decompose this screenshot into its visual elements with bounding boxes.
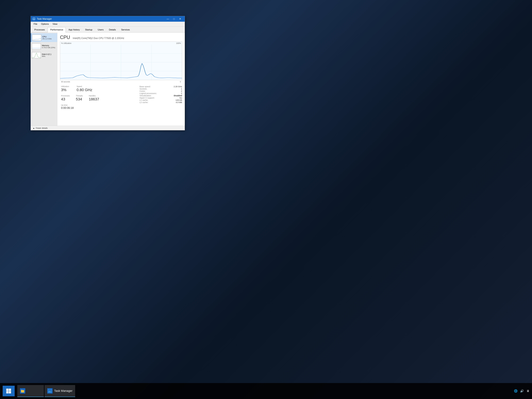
svg-rect-20 — [49, 391, 49, 392]
chart-x-label: 60 seconds — [61, 81, 70, 83]
stat-speed: Speed 0.80 GHz — [76, 85, 93, 93]
chevron-up-icon: ▲ — [33, 127, 35, 129]
svg-rect-14 — [9, 389, 11, 391]
menu-options[interactable]: Options — [39, 22, 51, 26]
chart-x-right: 0 — [180, 81, 181, 83]
cpu-header: CPU Intel(R) Core(TM)2 Duo CPU T7500 @ 2… — [60, 35, 182, 40]
close-button[interactable]: ✕ — [177, 16, 183, 22]
chart-y-max: 100% — [176, 42, 181, 44]
window-title: Task Manager — [37, 18, 165, 20]
start-button[interactable] — [3, 386, 15, 396]
right-stat-sockets: Sockets: 1 — [139, 88, 182, 90]
window-controls: — □ ✕ — [165, 16, 183, 22]
right-stat-cores: Cores: 2 — [139, 90, 182, 92]
right-stat-l2cache: L2 cache: 4.0 MB — [139, 101, 182, 103]
tab-details[interactable]: Details — [106, 27, 118, 32]
svg-rect-5 — [32, 44, 41, 50]
app-icon — [32, 17, 36, 20]
cpu-title: CPU — [60, 35, 70, 40]
tab-processes[interactable]: Processes — [32, 27, 47, 32]
tab-performance[interactable]: Performance — [48, 27, 66, 32]
tab-bar: Processes Performance App history Startu… — [31, 26, 185, 32]
main-panel: CPU Intel(R) Core(TM)2 Duo CPU T7500 @ 2… — [57, 32, 185, 126]
taskbar-item-label: Task Manager — [54, 389, 72, 393]
tab-users[interactable]: Users — [95, 27, 106, 32]
title-bar: Task Manager — □ ✕ — [31, 16, 185, 22]
task-manager-taskbar-icon — [47, 388, 52, 393]
taskbar-item-task-manager[interactable]: Task Manager — [44, 385, 75, 397]
minimize-button[interactable]: — — [165, 16, 171, 22]
right-stat-logical-processors: Logical processors: 2 — [139, 92, 182, 95]
sidebar-cpu-value: 3% 2.2 GHz — [42, 38, 52, 40]
svg-rect-16 — [9, 391, 11, 393]
cpu-subtitle: Intel(R) Core(TM)2 Duo CPU T7500 @ 2.20G… — [73, 37, 124, 40]
stats-row: Utilization 3% Speed 0.80 GHz Processes … — [60, 85, 182, 111]
svg-rect-1 — [33, 19, 34, 20]
stats-right: Base speed: 2.20 GHz Sockets: 1 Cores: 2… — [137, 85, 182, 111]
stats-left: Utilization 3% Speed 0.80 GHz Processes … — [60, 85, 137, 111]
content-area: CPU 3% 2.2 GHz Memory 0.7/3.0 GB (23%) — [31, 32, 185, 126]
svg-rect-18 — [21, 390, 22, 391]
network-icon: 🖥 — [526, 389, 529, 393]
language-icon: 🌐 — [514, 389, 518, 393]
stat-utilization: Utilization 3% — [60, 85, 70, 93]
stat-processes: Processes 43 — [60, 94, 71, 102]
sidebar-memory-value: 0.7/3.0 GB (23%) — [42, 47, 55, 49]
sidebar-memory-label: Memory — [42, 44, 55, 47]
sidebar-item-cpu[interactable]: CPU 3% 2.2 GHz — [31, 33, 57, 42]
svg-rect-22 — [51, 391, 51, 392]
menu-bar: File Options View — [31, 22, 185, 26]
cpu-mini-chart — [32, 35, 41, 41]
volume-icon: 🔊 — [520, 389, 524, 393]
chart-y-label: % Utilization — [61, 42, 71, 44]
svg-rect-3 — [34, 19, 35, 20]
svg-rect-15 — [6, 391, 8, 393]
taskbar: Task Manager 🌐 🔊 🖥 — [0, 383, 532, 399]
svg-rect-13 — [6, 389, 8, 391]
stat-uptime: Up time 0:00:06:18 — [60, 103, 137, 110]
task-manager-window: Task Manager — □ ✕ File Options View Pro… — [31, 16, 185, 130]
sidebar-cpu-label: CPU — [42, 36, 52, 38]
right-stat-basespeed: Base speed: 2.20 GHz — [139, 85, 182, 88]
disk-mini-chart — [32, 52, 41, 58]
memory-mini-chart — [32, 43, 41, 50]
sidebar-disk-value: 96% — [42, 55, 51, 57]
tab-services[interactable]: Services — [119, 27, 132, 32]
stat-threads: Threads 534 — [75, 94, 84, 102]
file-explorer-icon — [20, 388, 25, 393]
menu-view[interactable]: View — [51, 22, 59, 26]
taskbar-item-file-explorer[interactable] — [17, 385, 44, 397]
sidebar-item-disk[interactable]: Disk 0 (C:) 96% — [31, 51, 57, 60]
svg-rect-21 — [50, 390, 50, 392]
right-stat-hyperv: Hyper-V support: No — [139, 97, 182, 99]
right-stat-virtualization: Virtualization: Disabled — [139, 95, 182, 97]
stat-handles: Handles 18637 — [88, 94, 100, 102]
maximize-button[interactable]: □ — [171, 16, 177, 22]
fewer-details-label: Fewer details — [36, 127, 48, 129]
sidebar: CPU 3% 2.2 GHz Memory 0.7/3.0 GB (23%) — [31, 32, 57, 126]
svg-rect-2 — [34, 18, 34, 20]
cpu-chart: % Utilization 100% 60 seconds — [60, 42, 182, 80]
menu-file[interactable]: File — [32, 22, 39, 26]
tab-startup[interactable]: Startup — [82, 27, 95, 32]
right-stat-l1cache: L1 cache: 128 KB — [139, 99, 182, 101]
tab-app-history[interactable]: App history — [66, 27, 82, 32]
taskbar-right: 🌐 🔊 🖥 — [514, 389, 529, 393]
sidebar-disk-label: Disk 0 (C:) — [42, 53, 51, 55]
fewer-details-bar[interactable]: ▲ Fewer details — [31, 126, 185, 130]
sidebar-item-memory[interactable]: Memory 0.7/3.0 GB (23%) — [31, 42, 57, 51]
